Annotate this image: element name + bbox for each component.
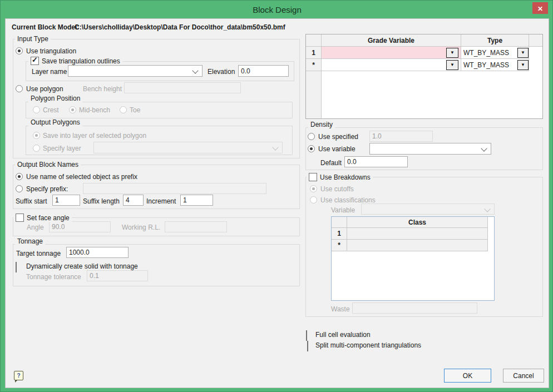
specified-density-input: [369, 131, 433, 142]
help-question-glyph: ?: [14, 371, 23, 380]
specify-layer-label: Specify layer: [43, 145, 81, 152]
ok-button[interactable]: OK: [444, 369, 491, 383]
tonnage-title: Tonnage: [15, 237, 45, 245]
use-cutoffs-radio: [310, 185, 317, 192]
type-row1-dropdown-button[interactable]: [517, 48, 529, 58]
use-triangulation-radio[interactable]: [16, 47, 23, 54]
class-cell-row1: [347, 228, 488, 240]
class-column-header: Class: [347, 217, 488, 228]
grade-cell-row2[interactable]: [322, 59, 461, 71]
grade-variable-column-header: Grade Variable: [322, 34, 461, 47]
layer-name-combobox[interactable]: [68, 65, 203, 77]
suffix-length-label: Suffix length: [83, 197, 120, 205]
suffix-start-input[interactable]: [52, 195, 80, 206]
input-type-group-title: Input Type: [15, 35, 51, 43]
use-specified-label: Use specified: [318, 133, 358, 141]
density-variable-combobox[interactable]: [369, 143, 491, 155]
class-row-number: *: [332, 240, 347, 251]
save-outlines-caption: Save triangulation outlines: [28, 57, 122, 65]
save-outlines-checkbox[interactable]: [31, 57, 39, 65]
use-polygon-radio[interactable]: [16, 85, 23, 92]
face-angle-label: Set face angle: [27, 214, 70, 222]
grade-row2-dropdown-button[interactable]: [446, 60, 458, 70]
use-cutoffs-label: Use cutoffs: [320, 185, 354, 193]
specify-prefix-radio[interactable]: [16, 185, 23, 192]
default-density-label: Default: [320, 159, 342, 167]
split-multi-label: Split multi-component triangulations: [315, 341, 421, 349]
tonnage-tolerance-label: Tonnage tolerance: [26, 273, 81, 281]
increment-label: Increment: [146, 197, 176, 205]
face-angle-checkbox[interactable]: [16, 214, 24, 222]
cancel-button[interactable]: Cancel: [503, 369, 544, 383]
angle-label: Angle: [27, 224, 44, 231]
polygon-position-group: [26, 102, 293, 118]
current-block-model-label: Current Block Model:: [12, 23, 79, 31]
working-rl-label: Working R.L.: [122, 224, 160, 231]
layer-name-value: [68, 67, 71, 75]
close-icon: [537, 3, 543, 13]
target-tonnage-input[interactable]: [66, 247, 129, 258]
grade-row-number: *: [306, 59, 322, 71]
suffix-length-input[interactable]: [123, 195, 144, 206]
grade-table-corner-cell: [306, 34, 322, 47]
full-cell-evaluation-label: Full cell evaluation: [315, 331, 371, 339]
classification-variable-combobox: [361, 204, 495, 215]
specify-layer-radio: [33, 145, 40, 152]
use-variable-label: Use variable: [318, 145, 356, 153]
bench-height-input: [124, 82, 241, 93]
classification-variable-label: Variable: [331, 206, 355, 214]
mid-bench-label: Mid-bench: [79, 106, 110, 114]
window-title: Block Design: [253, 5, 302, 14]
target-tonnage-label: Target tonnage: [16, 250, 61, 257]
specify-prefix-input: [83, 183, 266, 194]
class-table-corner-cell: [332, 217, 347, 228]
chevron-down-icon: [272, 144, 278, 150]
grade-table-row-number-strip: [306, 71, 322, 118]
breakdowns-caption: Use Breakdowns: [307, 173, 373, 181]
output-block-names-title: Output Block Names: [15, 161, 81, 168]
use-polygon-label: Use polygon: [26, 85, 63, 93]
bench-height-label: Bench height: [83, 85, 122, 93]
elevation-input[interactable]: [238, 65, 289, 77]
save-outlines-label: Save triangulation outlines: [42, 57, 120, 65]
class-row-number: 1: [332, 228, 347, 240]
increment-input[interactable]: [180, 195, 213, 206]
split-multi-checkbox[interactable]: [307, 341, 308, 351]
use-name-prefix-label: Use name of selected object as prefix: [26, 173, 137, 181]
close-button[interactable]: [532, 2, 548, 14]
use-name-prefix-radio[interactable]: [16, 173, 23, 180]
title-bar[interactable]: Block Design: [1, 1, 553, 18]
layer-name-label: Layer name: [32, 68, 67, 76]
toe-label: Toe: [130, 106, 140, 114]
use-variable-radio[interactable]: [308, 145, 315, 152]
dynamic-tonnage-label: Dynamically create solid with tonnage: [26, 262, 138, 270]
save-into-layer-label: Save into layer of selected polygon: [43, 132, 146, 140]
full-cell-evaluation-checkbox[interactable]: [306, 330, 307, 341]
help-icon[interactable]: ?: [14, 371, 24, 383]
polygon-position-title: Polygon Position: [28, 95, 82, 102]
face-angle-caption: Set face angle: [13, 214, 72, 222]
crest-radio: [33, 106, 40, 113]
working-rl-input: [165, 221, 227, 232]
output-polygons-title: Output Polygons: [28, 118, 82, 126]
type-row2-dropdown-button[interactable]: [517, 60, 529, 70]
block-design-dialog: Block Design Current Block Model: C:\Use…: [0, 0, 553, 392]
grade-row1-dropdown-button[interactable]: [446, 48, 458, 58]
mid-bench-radio: [69, 106, 76, 113]
use-classifications-radio: [310, 196, 317, 204]
crest-label: Crest: [43, 106, 59, 114]
density-title: Density: [308, 121, 335, 128]
chevron-down-icon: [484, 206, 490, 212]
use-breakdowns-checkbox[interactable]: [309, 173, 317, 181]
grade-cell-row1[interactable]: [322, 47, 461, 59]
angle-input: [49, 221, 111, 232]
dynamic-tonnage-checkbox[interactable]: [16, 262, 17, 272]
type-column-header: Type: [461, 34, 529, 47]
waste-input: [352, 302, 477, 314]
elevation-label: Elevation: [208, 68, 235, 76]
grade-row-number: 1: [306, 47, 322, 59]
current-block-model-path: C:\Users\cholliday\Desktop\Data For Doco…: [75, 23, 285, 31]
chevron-down-icon: [481, 145, 487, 151]
default-density-input[interactable]: [344, 156, 408, 167]
use-specified-radio[interactable]: [308, 133, 315, 140]
